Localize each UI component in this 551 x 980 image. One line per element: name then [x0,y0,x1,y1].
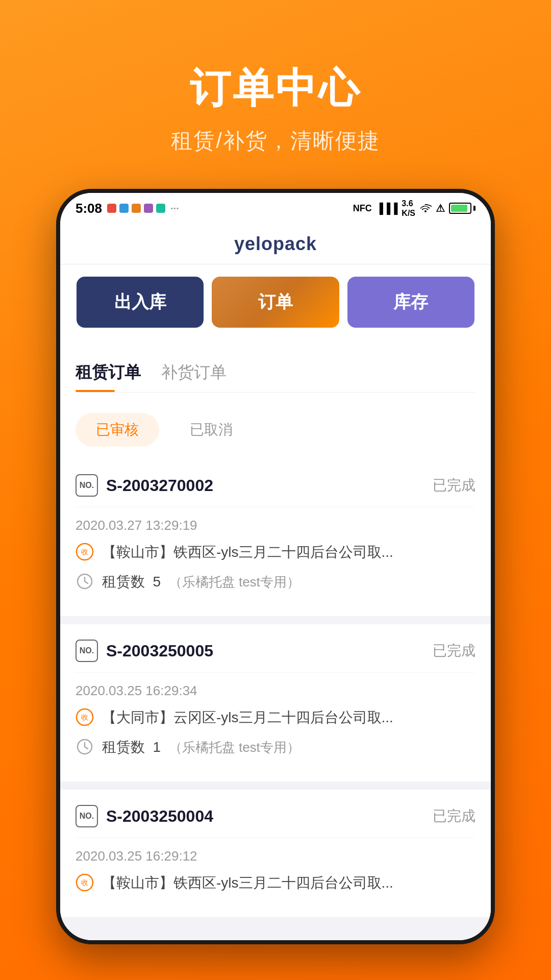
status-left: 5:08 ··· [76,201,179,216]
orders-list[interactable]: NO. S-2003270002 已完成 2020.03.27 13:29:19… [60,459,491,940]
page-title: 订单中心 [0,61,551,116]
order-address-row-2: 收 【大同市】云冈区-yls三月二十四后台公司取... [76,707,475,728]
filter-section: 已审核 已取消 [60,403,491,459]
order-status-2: 已完成 [433,641,475,660]
order-status-3: 已完成 [433,806,475,826]
app-icon-blue [119,204,129,213]
order-date-1: 2020.03.27 13:29:19 [76,518,475,533]
app-icon-purple [144,204,153,213]
app-icon-red [107,204,116,213]
order-address-row-3: 收 【鞍山市】铁西区-yls三月二十四后台公司取... [76,872,475,894]
app-bar: yelopack [60,224,491,264]
filter-cancelled[interactable]: 已取消 [169,413,253,447]
order-number-row-2: NO. S-2003250005 [76,640,213,662]
order-rental-2: 租赁数 1 （乐橘托盘 test专用） [102,737,300,758]
order-address-1: 【鞍山市】铁西区-yls三月二十四后台公司取... [102,542,393,563]
wifi-icon [419,202,432,215]
location-icon-3: 收 [76,873,94,892]
tabs: 租赁订单 补货订单 [76,361,475,392]
order-rental-row-1: 租赁数 5 （乐橘托盘 test专用） [76,571,475,593]
alert-icon: ⚠ [436,202,445,214]
signal-icon: ▐▐▐ [376,203,398,214]
order-number-2: S-2003250005 [106,642,213,660]
filter-approved[interactable]: 已审核 [76,413,159,447]
network-speed: 3.6K/S [402,199,415,218]
tab-section: 租赁订单 补货订单 [60,346,491,403]
no-badge-3: NO. [76,805,98,827]
order-card-1[interactable]: NO. S-2003270002 已完成 2020.03.27 13:29:19… [60,459,491,616]
order-number-row-3: NO. S-2003250004 [76,805,213,827]
order-number-row-1: NO. S-2003270002 [76,474,213,497]
no-badge-2: NO. [76,640,98,662]
svg-text:收: 收 [81,878,88,887]
order-rental-row-2: 租赁数 1 （乐橘托盘 test专用） [76,737,475,758]
nav-buttons: 出入库 订单 库存 [60,264,491,346]
order-divider-2 [76,672,475,673]
order-date-2: 2020.03.25 16:29:34 [76,683,475,699]
order-card-2[interactable]: NO. S-2003250005 已完成 2020.03.25 16:29:34… [60,624,491,781]
nav-btn-orders[interactable]: 订单 [212,277,339,328]
phone-frame: 5:08 ··· NFC ▐▐▐ 3.6K/S ⚠ [56,189,495,944]
status-ellipsis: ··· [170,203,179,214]
order-status-1: 已完成 [433,476,475,495]
order-address-2: 【大同市】云冈区-yls三月二十四后台公司取... [102,707,393,728]
status-bar: 5:08 ··· NFC ▐▐▐ 3.6K/S ⚠ [60,193,491,224]
svg-text:收: 收 [81,713,88,721]
page-subtitle: 租赁/补货，清晰便捷 [0,127,551,155]
order-address-row-1: 收 【鞍山市】铁西区-yls三月二十四后台公司取... [76,542,475,563]
order-divider-3 [76,838,475,838]
app-icon-cyan [156,204,165,213]
order-address-3: 【鞍山市】铁西区-yls三月二十四后台公司取... [102,872,393,894]
order-header-2: NO. S-2003250005 已完成 [76,640,475,662]
nav-btn-inventory[interactable]: 出入库 [77,277,204,328]
tab-rental-order[interactable]: 租赁订单 [76,361,141,392]
no-badge-1: NO. [76,474,98,497]
order-card-3[interactable]: NO. S-2003250004 已完成 2020.03.25 16:29:12… [60,790,491,917]
order-rental-1: 租赁数 5 （乐橘托盘 test专用） [102,571,300,593]
nav-btn-stock[interactable]: 库存 [347,277,474,328]
location-icon-2: 收 [76,708,94,726]
nfc-icon: NFC [353,203,372,214]
order-header-3: NO. S-2003250004 已完成 [76,805,475,827]
order-divider-1 [76,507,475,507]
svg-text:收: 收 [81,548,88,556]
tab-replenish-order[interactable]: 补货订单 [161,361,227,392]
status-icons: ··· [107,203,179,214]
tab-divider [76,392,475,393]
order-header-1: NO. S-2003270002 已完成 [76,474,475,497]
order-number-3: S-2003250004 [106,807,213,826]
app-logo: yelopack [234,233,317,255]
location-icon-1: 收 [76,543,94,561]
order-number-1: S-2003270002 [106,476,213,495]
status-right: NFC ▐▐▐ 3.6K/S ⚠ [353,199,475,218]
phone-content: yelopack 出入库 订单 库存 租赁订单 补货订单 [60,224,491,940]
battery-indicator [449,203,475,214]
order-date-3: 2020.03.25 16:29:12 [76,848,475,864]
app-icon-orange [132,204,141,213]
status-time: 5:08 [76,201,102,216]
clock-icon-2 [76,738,94,756]
clock-icon-1 [76,572,94,591]
